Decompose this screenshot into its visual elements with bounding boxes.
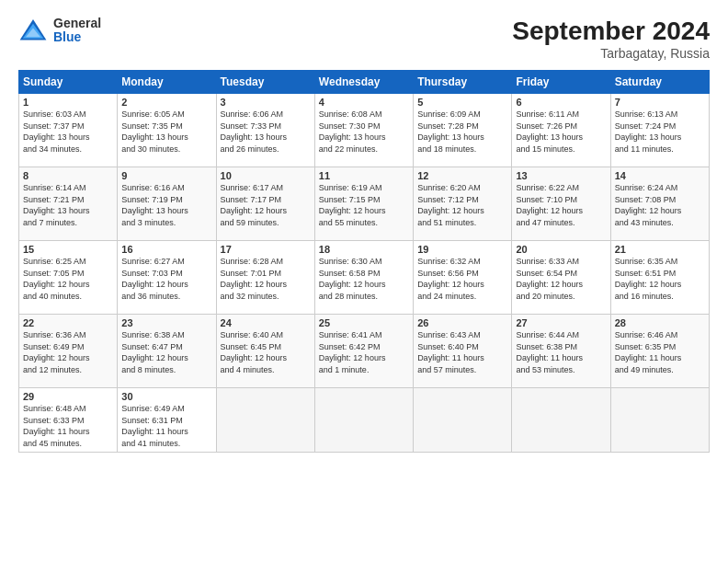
- logo: General Blue: [18, 17, 101, 45]
- table-row: [512, 388, 610, 453]
- day-number: 14: [615, 170, 705, 181]
- day-info: Sunrise: 6:33 AM Sunset: 6:54 PM Dayligh…: [516, 256, 606, 302]
- table-row: 26Sunrise: 6:43 AM Sunset: 6:40 PM Dayli…: [414, 315, 512, 388]
- day-number: 21: [615, 244, 705, 255]
- day-info: Sunrise: 6:20 AM Sunset: 7:12 PM Dayligh…: [417, 182, 507, 228]
- table-row: 20Sunrise: 6:33 AM Sunset: 6:54 PM Dayli…: [512, 241, 610, 315]
- day-info: Sunrise: 6:17 AM Sunset: 7:17 PM Dayligh…: [221, 182, 311, 228]
- day-info: Sunrise: 6:24 AM Sunset: 7:08 PM Dayligh…: [615, 182, 705, 228]
- table-row: [314, 388, 413, 453]
- logo-blue: Blue: [53, 30, 101, 44]
- table-row: 14Sunrise: 6:24 AM Sunset: 7:08 PM Dayli…: [610, 167, 709, 241]
- table-row: [216, 388, 314, 453]
- calendar-week-row: 8Sunrise: 6:14 AM Sunset: 7:21 PM Daylig…: [19, 167, 710, 241]
- day-number: 19: [417, 244, 507, 255]
- day-number: 29: [23, 391, 113, 402]
- table-row: 1Sunrise: 6:03 AM Sunset: 7:37 PM Daylig…: [19, 94, 118, 167]
- table-row: 16Sunrise: 6:27 AM Sunset: 7:03 PM Dayli…: [118, 241, 216, 315]
- table-row: 9Sunrise: 6:16 AM Sunset: 7:19 PM Daylig…: [118, 167, 216, 241]
- day-number: 16: [121, 244, 211, 255]
- col-tuesday: Tuesday: [216, 71, 314, 94]
- day-number: 24: [221, 317, 311, 328]
- day-info: Sunrise: 6:30 AM Sunset: 6:58 PM Dayligh…: [319, 256, 409, 302]
- table-row: 11Sunrise: 6:19 AM Sunset: 7:15 PM Dayli…: [314, 167, 413, 241]
- day-info: Sunrise: 6:05 AM Sunset: 7:35 PM Dayligh…: [121, 109, 211, 155]
- calendar-header-row: Sunday Monday Tuesday Wednesday Thursday…: [19, 71, 710, 94]
- day-number: 4: [319, 97, 409, 108]
- day-number: 6: [516, 97, 606, 108]
- day-info: Sunrise: 6:35 AM Sunset: 6:51 PM Dayligh…: [615, 256, 705, 302]
- month-title: September 2024: [512, 17, 710, 46]
- col-monday: Monday: [118, 71, 216, 94]
- day-info: Sunrise: 6:41 AM Sunset: 6:42 PM Dayligh…: [319, 329, 409, 375]
- table-row: [610, 388, 709, 453]
- logo-text: General Blue: [53, 17, 101, 45]
- table-row: 30Sunrise: 6:49 AM Sunset: 6:31 PM Dayli…: [118, 388, 216, 453]
- calendar-week-row: 15Sunrise: 6:25 AM Sunset: 7:05 PM Dayli…: [19, 241, 710, 315]
- header: General Blue September 2024 Tarbagatay, …: [18, 17, 710, 61]
- day-number: 10: [221, 170, 311, 181]
- table-row: 28Sunrise: 6:46 AM Sunset: 6:35 PM Dayli…: [610, 315, 709, 388]
- day-number: 7: [615, 97, 705, 108]
- calendar-week-row: 22Sunrise: 6:36 AM Sunset: 6:49 PM Dayli…: [19, 315, 710, 388]
- col-thursday: Thursday: [414, 71, 512, 94]
- table-row: 18Sunrise: 6:30 AM Sunset: 6:58 PM Dayli…: [314, 241, 413, 315]
- day-info: Sunrise: 6:11 AM Sunset: 7:26 PM Dayligh…: [516, 109, 606, 155]
- day-info: Sunrise: 6:13 AM Sunset: 7:24 PM Dayligh…: [615, 109, 705, 155]
- day-info: Sunrise: 6:48 AM Sunset: 6:33 PM Dayligh…: [23, 403, 113, 449]
- day-number: 26: [417, 317, 507, 328]
- day-info: Sunrise: 6:32 AM Sunset: 6:56 PM Dayligh…: [417, 256, 507, 302]
- day-info: Sunrise: 6:28 AM Sunset: 7:01 PM Dayligh…: [221, 256, 311, 302]
- table-row: 13Sunrise: 6:22 AM Sunset: 7:10 PM Dayli…: [512, 167, 610, 241]
- day-number: 2: [121, 97, 211, 108]
- day-info: Sunrise: 6:14 AM Sunset: 7:21 PM Dayligh…: [23, 182, 113, 228]
- table-row: 19Sunrise: 6:32 AM Sunset: 6:56 PM Dayli…: [414, 241, 512, 315]
- logo-general: General: [53, 17, 101, 30]
- day-info: Sunrise: 6:03 AM Sunset: 7:37 PM Dayligh…: [23, 109, 113, 155]
- table-row: 25Sunrise: 6:41 AM Sunset: 6:42 PM Dayli…: [314, 315, 413, 388]
- day-info: Sunrise: 6:49 AM Sunset: 6:31 PM Dayligh…: [121, 403, 211, 449]
- day-info: Sunrise: 6:16 AM Sunset: 7:19 PM Dayligh…: [121, 182, 211, 228]
- day-number: 15: [23, 244, 113, 255]
- day-info: Sunrise: 6:19 AM Sunset: 7:15 PM Dayligh…: [319, 182, 409, 228]
- day-number: 1: [23, 97, 113, 108]
- table-row: 3Sunrise: 6:06 AM Sunset: 7:33 PM Daylig…: [216, 94, 314, 167]
- day-number: 5: [417, 97, 507, 108]
- logo-icon: [18, 17, 48, 43]
- table-row: 7Sunrise: 6:13 AM Sunset: 7:24 PM Daylig…: [610, 94, 709, 167]
- day-info: Sunrise: 6:43 AM Sunset: 6:40 PM Dayligh…: [417, 329, 507, 375]
- table-row: 23Sunrise: 6:38 AM Sunset: 6:47 PM Dayli…: [118, 315, 216, 388]
- calendar-week-row: 1Sunrise: 6:03 AM Sunset: 7:37 PM Daylig…: [19, 94, 710, 167]
- table-row: 4Sunrise: 6:08 AM Sunset: 7:30 PM Daylig…: [314, 94, 413, 167]
- calendar-week-row: 29Sunrise: 6:48 AM Sunset: 6:33 PM Dayli…: [19, 388, 710, 453]
- day-number: 27: [516, 317, 606, 328]
- day-info: Sunrise: 6:46 AM Sunset: 6:35 PM Dayligh…: [615, 329, 705, 375]
- table-row: 29Sunrise: 6:48 AM Sunset: 6:33 PM Dayli…: [19, 388, 118, 453]
- day-info: Sunrise: 6:40 AM Sunset: 6:45 PM Dayligh…: [221, 329, 311, 375]
- day-info: Sunrise: 6:06 AM Sunset: 7:33 PM Dayligh…: [221, 109, 311, 155]
- table-row: 8Sunrise: 6:14 AM Sunset: 7:21 PM Daylig…: [19, 167, 118, 241]
- day-number: 8: [23, 170, 113, 181]
- day-info: Sunrise: 6:27 AM Sunset: 7:03 PM Dayligh…: [121, 256, 211, 302]
- col-saturday: Saturday: [610, 71, 709, 94]
- day-number: 23: [121, 317, 211, 328]
- day-info: Sunrise: 6:38 AM Sunset: 6:47 PM Dayligh…: [121, 329, 211, 375]
- day-number: 17: [221, 244, 311, 255]
- day-number: 9: [121, 170, 211, 181]
- table-row: 27Sunrise: 6:44 AM Sunset: 6:38 PM Dayli…: [512, 315, 610, 388]
- day-number: 13: [516, 170, 606, 181]
- table-row: [414, 388, 512, 453]
- day-info: Sunrise: 6:25 AM Sunset: 7:05 PM Dayligh…: [23, 256, 113, 302]
- day-number: 11: [319, 170, 409, 181]
- table-row: 12Sunrise: 6:20 AM Sunset: 7:12 PM Dayli…: [414, 167, 512, 241]
- day-info: Sunrise: 6:44 AM Sunset: 6:38 PM Dayligh…: [516, 329, 606, 375]
- col-wednesday: Wednesday: [314, 71, 413, 94]
- table-row: 22Sunrise: 6:36 AM Sunset: 6:49 PM Dayli…: [19, 315, 118, 388]
- day-number: 25: [319, 317, 409, 328]
- day-info: Sunrise: 6:36 AM Sunset: 6:49 PM Dayligh…: [23, 329, 113, 375]
- day-number: 3: [221, 97, 311, 108]
- table-row: 10Sunrise: 6:17 AM Sunset: 7:17 PM Dayli…: [216, 167, 314, 241]
- table-row: 6Sunrise: 6:11 AM Sunset: 7:26 PM Daylig…: [512, 94, 610, 167]
- title-block: September 2024 Tarbagatay, Russia: [512, 17, 710, 61]
- day-number: 12: [417, 170, 507, 181]
